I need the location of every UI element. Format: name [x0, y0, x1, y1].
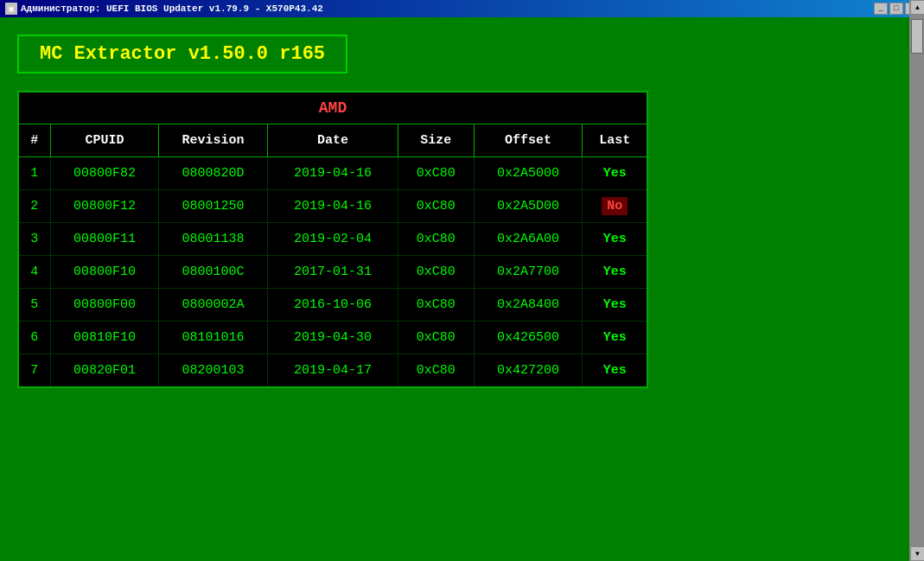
cell-offset: 0x2A8400 — [474, 289, 583, 322]
cell-date: 2019-04-16 — [267, 190, 398, 223]
table-row: 300800F11080011382019-02-040xC800x2A6A00… — [19, 223, 647, 256]
cell-cpuid: 00800F12 — [50, 190, 159, 223]
table-header-row: # CPUID Revision Date Size Offset Last — [19, 124, 647, 157]
content-area: MC Extractor v1.50.0 r165 AMD # CPUID Re… — [0, 17, 924, 561]
cell-cpuid: 00800F00 — [50, 289, 159, 322]
col-header-last: Last — [583, 124, 647, 157]
cell-date: 2019-04-30 — [267, 322, 398, 354]
cell-num: 1 — [19, 157, 50, 190]
cell-revision: 0800002A — [159, 289, 268, 322]
cell-num: 6 — [19, 322, 50, 354]
scrollbar[interactable]: ▲ ▼ — [909, 0, 924, 561]
table-row: 700820F01082001032019-04-170xC800x427200… — [19, 354, 647, 387]
scroll-up-button[interactable]: ▲ — [910, 0, 924, 15]
cell-revision: 08101016 — [159, 322, 268, 354]
cell-size: 0xC80 — [398, 354, 475, 387]
cell-num: 4 — [19, 256, 50, 289]
minimize-button[interactable]: _ — [874, 3, 888, 15]
cell-revision: 08001138 — [159, 223, 268, 256]
maximize-button[interactable]: □ — [889, 3, 903, 15]
cell-revision: 08200103 — [159, 354, 268, 387]
cell-cpuid: 00800F82 — [50, 157, 159, 190]
title-bar: ▣ Администратор: UEFI BIOS Updater v1.79… — [0, 0, 924, 17]
cell-revision: 0800820D — [159, 157, 268, 190]
title-bar-left: ▣ Администратор: UEFI BIOS Updater v1.79… — [5, 3, 323, 15]
table-row: 600810F10081010162019-04-300xC800x426500… — [19, 322, 647, 354]
cell-size: 0xC80 — [398, 190, 475, 223]
cell-offset: 0x426500 — [474, 322, 583, 354]
app-icon: ▣ — [5, 3, 17, 15]
cell-size: 0xC80 — [398, 223, 475, 256]
col-header-num: # — [19, 124, 50, 157]
table-row: 400800F100800100C2017-01-310xC800x2A7700… — [19, 256, 647, 289]
section-header: AMD — [19, 92, 647, 124]
cell-cpuid: 00820F01 — [50, 354, 159, 387]
cell-num: 3 — [19, 223, 50, 256]
cell-last: Yes — [583, 256, 647, 289]
cell-revision: 08001250 — [159, 190, 268, 223]
cell-last: Yes — [583, 322, 647, 354]
col-header-revision: Revision — [159, 124, 268, 157]
cell-date: 2016-10-06 — [267, 289, 398, 322]
cell-date: 2017-01-31 — [267, 256, 398, 289]
window-frame: ▣ Администратор: UEFI BIOS Updater v1.79… — [0, 0, 924, 561]
app-title-box: MC Extractor v1.50.0 r165 — [17, 35, 347, 73]
cell-date: 2019-04-16 — [267, 157, 398, 190]
cell-num: 5 — [19, 289, 50, 322]
scroll-track[interactable] — [910, 15, 924, 546]
cell-cpuid: 00810F10 — [50, 322, 159, 354]
cell-size: 0xC80 — [398, 289, 475, 322]
col-header-size: Size — [398, 124, 475, 157]
cell-size: 0xC80 — [398, 157, 475, 190]
cell-size: 0xC80 — [398, 256, 475, 289]
col-header-offset: Offset — [474, 124, 583, 157]
cell-size: 0xC80 — [398, 322, 475, 354]
cell-date: 2019-02-04 — [267, 223, 398, 256]
table-row: 100800F820800820D2019-04-160xC800x2A5000… — [19, 157, 647, 190]
table-row: 200800F12080012502019-04-160xC800x2A5D00… — [19, 190, 647, 223]
cell-last: No — [583, 190, 647, 223]
app-title: MC Extractor v1.50.0 r165 — [40, 43, 325, 65]
col-header-date: Date — [267, 124, 398, 157]
cell-revision: 0800100C — [159, 256, 268, 289]
cell-offset: 0x427200 — [474, 354, 583, 387]
cell-offset: 0x2A6A00 — [474, 223, 583, 256]
cell-offset: 0x2A7700 — [474, 256, 583, 289]
col-header-cpuid: CPUID — [50, 124, 159, 157]
table-row: 500800F000800002A2016-10-060xC800x2A8400… — [19, 289, 647, 322]
cell-offset: 0x2A5000 — [474, 157, 583, 190]
scroll-thumb[interactable] — [911, 19, 923, 54]
data-table: # CPUID Revision Date Size Offset Last 1… — [19, 124, 647, 386]
window-title: Администратор: UEFI BIOS Updater v1.79.9… — [21, 3, 323, 14]
cell-cpuid: 00800F11 — [50, 223, 159, 256]
cell-date: 2019-04-17 — [267, 354, 398, 387]
cell-num: 7 — [19, 354, 50, 387]
main-table-container: AMD # CPUID Revision Date Size Offset La… — [17, 91, 648, 388]
scroll-down-button[interactable]: ▼ — [910, 546, 924, 561]
cell-last: Yes — [583, 289, 647, 322]
cell-num: 2 — [19, 190, 50, 223]
cell-last: Yes — [583, 157, 647, 190]
cell-cpuid: 00800F10 — [50, 256, 159, 289]
cell-offset: 0x2A5D00 — [474, 190, 583, 223]
cell-last: Yes — [583, 223, 647, 256]
cell-last: Yes — [583, 354, 647, 387]
